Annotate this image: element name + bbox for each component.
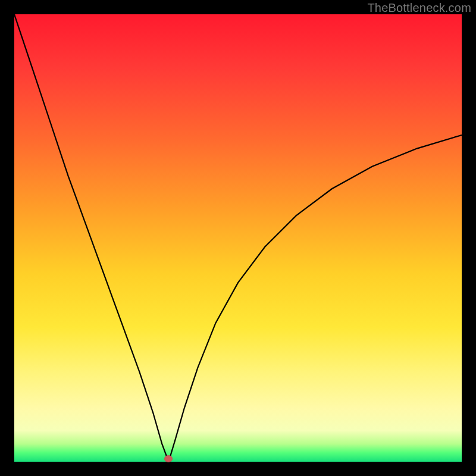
optimal-point-marker [164,455,173,462]
chart-frame: TheBottleneck.com [0,0,476,476]
plot-area [14,14,462,462]
curve-path [14,14,462,462]
bottleneck-curve [14,14,462,462]
watermark-text: TheBottleneck.com [367,1,471,15]
